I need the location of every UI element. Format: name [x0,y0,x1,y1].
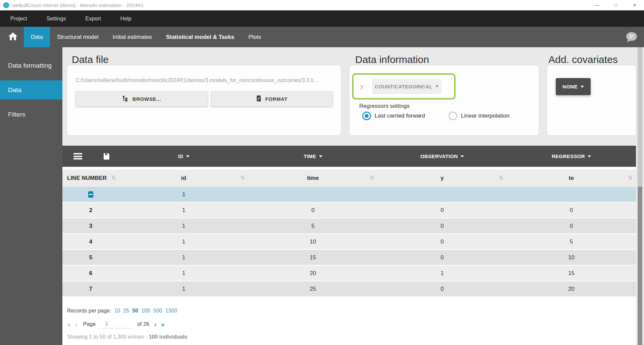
records-per-page-10[interactable]: 10 [114,308,120,314]
minimize-button[interactable]: — [588,0,606,10]
sort-icon[interactable]: ⇅ [240,175,245,181]
page-label: Page [83,321,96,327]
subcolumn-label: te [569,175,574,182]
page-navigation: « ‹ Page of 26 › » [67,319,165,329]
subcolumn-label: y [440,175,443,182]
sidebar-item-data[interactable]: Data [0,80,62,99]
line-number-cell: 4 [62,238,119,245]
records-per-page-label: Records per page: [67,308,111,314]
tab-data[interactable]: Data [24,27,50,47]
caret-down-icon [581,86,584,88]
last-page-button[interactable]: » [161,321,164,328]
first-page-button[interactable]: « [67,321,71,328]
data-table: IDTIMEOBSERVATIONREGRESSOR LINE NUMBER⇅i… [62,146,636,345]
maximize-button[interactable]: □ [606,0,625,10]
home-button[interactable] [6,27,20,47]
radio-linear-interpolation[interactable]: Linear interpolation [448,112,509,120]
line-number-cell: 2 [62,207,119,214]
table-row[interactable]: 21000 [62,203,636,218]
sidebar: Data formattingDataFilters [0,47,62,345]
save-table-button[interactable] [103,153,110,160]
y-cell: 0 [378,223,507,229]
format-button[interactable]: FORMAT [211,91,333,107]
y-cell: 0 [378,286,507,292]
add-covariates-card: NONE [547,65,636,135]
subcolumn-line-number: LINE NUMBER⇅ [62,169,119,187]
scrollbar-thumb[interactable] [638,187,642,345]
radio-last-carried-forward[interactable]: Last carried forward [362,112,425,120]
regressors-settings-label: Regressors settings [359,103,410,110]
caret-down-icon [588,155,591,157]
records-per-page-1300[interactable]: 1300 [165,308,177,314]
records-per-page-50[interactable]: 50 [132,308,138,314]
time-cell: 10 [248,238,377,245]
table-row[interactable]: 7125020 [62,281,636,296]
regressors-radio-group: Last carried forwardLinear interpolation [362,112,533,120]
records-per-page-100[interactable]: 100 [141,308,150,314]
table-row[interactable]: 6120115 [62,266,636,281]
tab-initial-estimates[interactable]: Initial estimates [106,27,159,47]
sort-icon[interactable]: ⇅ [628,175,633,181]
te-cell: 15 [507,270,636,277]
data-information-title: Data information [355,54,429,65]
sort-icon[interactable]: ⇅ [111,175,116,181]
tab-bar: DataStructural modelInitial estimatesSta… [0,27,644,47]
format-button-label: FORMAT [265,96,288,102]
home-icon [8,32,18,42]
entries-summary-text: Showing 1 to 50 of 1,300 entries - [67,334,149,340]
close-button[interactable]: ✕ [625,0,644,10]
table-menu-button[interactable] [73,153,82,159]
prev-page-button[interactable]: ‹ [75,321,77,328]
add-covariates-title: Add. covariates [548,54,618,65]
observation-type-dropdown[interactable]: COUNT/CATEGORICAL [372,79,441,94]
sidebar-item-filters[interactable]: Filters [0,105,62,124]
time-cell: 0 [248,207,377,214]
sort-icon[interactable]: ⇅ [370,175,374,181]
time-cell: 5 [248,223,377,229]
data-information-card: y COUNT/CATEGORICAL Regressors settings … [350,65,539,135]
records-per-page-25[interactable]: 25 [123,308,129,314]
covariates-none-label: NONE [562,84,578,89]
id-cell: 1 [119,223,248,229]
table-body: 12100031500411005511501061201157125020 [62,187,636,296]
next-page-button[interactable]: › [154,321,157,328]
y-cell: 0 [378,254,507,261]
tab-structural-model[interactable]: Structural model [50,27,106,47]
tab-plots[interactable]: Plots [241,27,268,47]
page-count-label: of 26 [137,321,149,327]
table-row[interactable]: 411005 [62,234,636,249]
sidebar-item-data-formatting[interactable]: Data formatting [0,56,62,75]
browse-button[interactable]: BROWSE... [75,91,208,107]
tab-statistical-model-tasks[interactable]: Statistical model & Tasks [159,27,241,47]
sort-icon[interactable]: ⇅ [499,175,503,181]
collapse-row-icon[interactable] [88,191,93,198]
column-header-id[interactable]: ID [119,153,248,159]
records-per-page: Records per page:1025501005001300 [67,308,177,314]
id-cell: 1 [119,191,248,198]
observation-type-highlight: y COUNT/CATEGORICAL [352,73,455,99]
y-cell: 0 [378,207,507,214]
page-input[interactable] [102,320,132,329]
subcolumn-te: te⇅ [507,169,636,187]
table-row[interactable]: 31500 [62,218,636,233]
menu-item-settings[interactable]: Settings [47,16,66,22]
column-header-observation[interactable]: OBSERVATION [378,153,507,159]
covariates-none-dropdown[interactable]: NONE [556,78,591,95]
id-cell: 1 [119,286,248,292]
subcolumn-label: LINE NUMBER [67,175,107,182]
menu-item-help[interactable]: Help [120,16,131,22]
observation-name-label: y [360,83,364,90]
table-row[interactable]: 1 [62,187,636,202]
subcolumn-label: id [181,175,186,182]
line-number-cell: 7 [62,286,119,292]
edit-file-icon [256,95,262,103]
menu-item-project[interactable]: Project [10,16,27,22]
table-row[interactable]: 5115010 [62,250,636,265]
column-header-regressor[interactable]: REGRESSOR [507,153,636,159]
id-cell: 1 [119,207,248,214]
menu-item-export[interactable]: Export [86,16,101,22]
records-per-page-500[interactable]: 500 [153,308,162,314]
column-header-time[interactable]: TIME [248,153,377,159]
feedback-button[interactable] [625,32,637,43]
column-header-label: OBSERVATION [420,153,458,159]
